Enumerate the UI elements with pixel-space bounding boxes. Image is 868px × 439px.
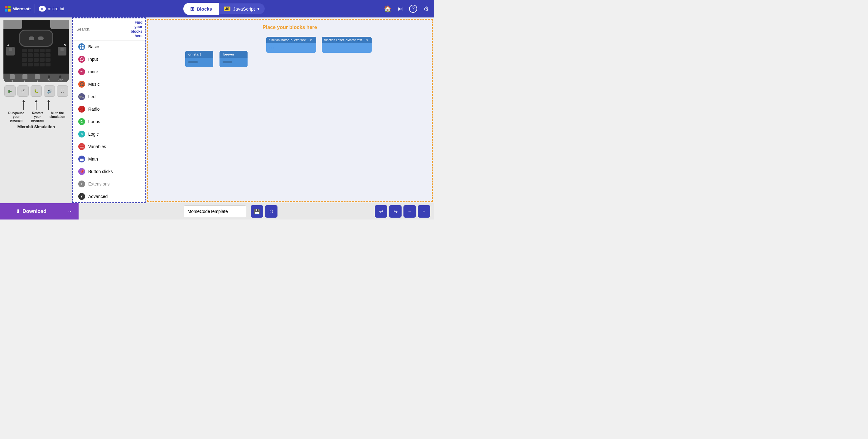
input-icon [78,56,85,63]
redo-button[interactable]: ↪ [389,205,402,218]
svg-rect-5 [79,96,82,98]
run-label: Run/pauseyour program [7,111,25,123]
search-input[interactable] [76,27,129,31]
svg-point-7 [82,96,84,98]
undo-icon: ↩ [379,209,383,215]
workspace-hint: Place your blocks here [262,25,317,30]
svg-rect-12 [80,146,84,146]
music-label: Music [88,82,100,87]
footer-mid: 💾 ⬡ [181,205,278,218]
btn-b-label: B [64,44,66,47]
buttonclicks-label: Button clicks [88,169,113,174]
tab-blocks[interactable]: ⊞ Blocks [183,3,219,15]
fullscreen-button[interactable]: ⛶ [57,86,68,97]
blocks-panel: Find yourblocks here 🔍 Basic Input [72,18,146,203]
blocks-icon: ⊞ [190,6,194,12]
func-letter-dots: ··· [324,45,330,51]
button-b[interactable] [58,47,66,56]
block-list: Basic Input ··· more 🎧 Musi [73,40,145,202]
ms-grid-icon [5,6,10,11]
tab-js-label: JavaScript [233,6,255,11]
home-icon[interactable]: 🏠 [384,5,392,12]
mute-label: Mute thesimulation [50,111,65,123]
settings-icon[interactable]: ⚙ [424,5,429,12]
help-icon[interactable]: ? [409,5,417,13]
svg-rect-8 [80,110,81,111]
undo-button[interactable]: ↩ [375,205,387,218]
save-icon: 💾 [254,209,260,215]
on-start-body [185,58,213,67]
zoom-in-icon: + [423,209,425,214]
svg-rect-9 [81,109,82,111]
chevron-down-icon: ▾ [257,6,260,11]
sim-controls: ▶ ↺ 🐛 🔊 ⛶ [4,86,68,97]
sidebar-item-radio[interactable]: Radio [73,103,145,115]
sidebar-item-logic[interactable]: ✕ Logic [73,128,145,140]
device-eyes [29,36,44,40]
func-letter-to-morse[interactable]: function LetterToMorse text... ⊙ ··· [322,37,372,53]
loops-label: Loops [88,119,100,124]
on-start-block[interactable]: on start [185,51,213,67]
share-icon[interactable]: ⋈ [398,6,403,12]
func-morse-header: function MorseToLetter text... ⊙ [266,37,316,43]
button-a[interactable] [6,47,14,56]
zoom-in-button[interactable]: + [418,205,430,218]
svg-rect-2 [80,47,82,49]
sidebar-item-led[interactable]: Led [73,90,145,103]
led-icon [78,93,85,100]
zoom-out-button[interactable]: − [403,205,416,218]
variables-label: Variables [88,144,106,149]
sidebar-item-input[interactable]: Input [73,53,145,65]
header: Microsoft ∞ micro:bit ⊞ Blocks JS JavaSc… [0,0,434,18]
sidebar-item-basic[interactable]: Basic [73,40,145,53]
sidebar-item-more[interactable]: ··· more [73,65,145,78]
btn-a-label: A [7,44,9,47]
simulator-panel: A [0,18,72,203]
sidebar-item-buttonclicks[interactable]: 📌 Button clicks [73,165,145,178]
sidebar-item-loops[interactable]: ↻ Loops [73,115,145,128]
device-eye-left [29,36,34,40]
sidebar-item-variables[interactable]: Variables [73,140,145,153]
basic-icon [78,43,85,50]
device-eye-right [38,36,44,40]
download-icon: ⬇ [16,209,20,215]
forever-block[interactable]: forever [219,51,248,67]
func-letter-label: function LetterToMorse text... ⊙ [324,38,368,42]
restart-label: Restart yourprogram [28,111,46,123]
github-icon: ⬡ [269,209,273,214]
svg-rect-14 [80,158,84,158]
arrow-stem-2 [36,102,36,110]
sidebar-item-advanced[interactable]: ▼ Advanced [73,190,145,202]
header-divider [35,4,35,13]
microsoft-logo: Microsoft [5,6,31,11]
more-icon: ··· [78,68,85,75]
device-pins: 0 1 2 3V GND [3,73,69,82]
play-pause-button[interactable]: ▶ [4,86,16,97]
sidebar-item-math[interactable]: Math [73,153,145,165]
zoom-out-icon: − [408,209,411,214]
project-name-input[interactable] [184,206,246,217]
more-button[interactable]: ··· [62,203,79,220]
tab-javascript[interactable]: JS JavaScript ▾ [219,3,265,14]
svg-rect-3 [82,47,84,49]
debug-button[interactable]: 🐛 [31,86,42,97]
mute-arrow [47,100,50,110]
device-notch-left [3,20,22,29]
workspace[interactable]: Place your blocks here on start forever … [147,19,433,202]
main-content: A [0,18,434,203]
pin-0: 0 [10,74,14,82]
run-arrow [22,100,25,110]
svg-point-4 [80,58,83,61]
restart-button[interactable]: ↺ [18,86,29,97]
header-left: Microsoft ∞ micro:bit [5,4,64,13]
led-matrix [22,49,51,66]
microbit-label: micro:bit [48,6,64,11]
mute-button[interactable]: 🔊 [44,86,55,97]
download-button[interactable]: ⬇ Download [0,203,62,220]
extensions-icon: + [78,181,85,187]
save-button[interactable]: 💾 [251,205,263,218]
sidebar-item-extensions[interactable]: + Extensions [73,178,145,190]
func-morse-to-letter[interactable]: function MorseToLetter text... ⊙ ··· [266,37,316,53]
github-button[interactable]: ⬡ [265,205,278,218]
sidebar-item-music[interactable]: 🎧 Music [73,78,145,90]
